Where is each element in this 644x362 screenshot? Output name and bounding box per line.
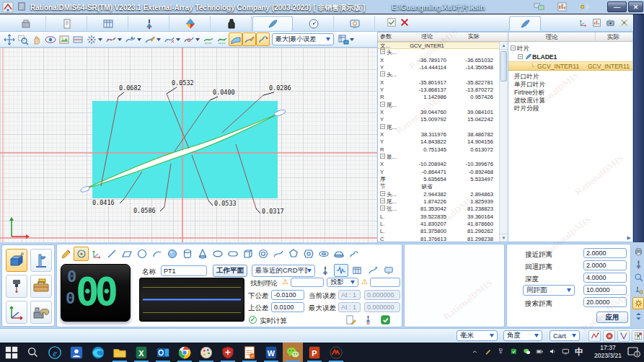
table-row[interactable]: −最... xyxy=(378,154,508,161)
surface-eval-icon[interactable] xyxy=(229,32,242,46)
table-row[interactable]: −头...2.9443822.894863 xyxy=(378,191,508,198)
taskbar-search[interactable] xyxy=(23,343,43,362)
table-row[interactable]: −尾...1.8742261.825939 xyxy=(378,198,508,206)
curve-eval-icon[interactable] xyxy=(242,32,256,46)
chart-small-icon[interactable] xyxy=(592,18,601,27)
graphics-viewport[interactable]: 0.06820.05320.04000.02860.04160.05860.05… xyxy=(0,48,377,242)
point-icon[interactable] xyxy=(74,247,89,261)
units-dropdown[interactable]: 毫米 xyxy=(456,330,498,341)
cuboid-icon[interactable] xyxy=(240,247,255,261)
ellipse-icon[interactable] xyxy=(210,247,225,261)
crd-plane-dropdown[interactable]: 最靠近的CRD平面 xyxy=(252,265,315,277)
disc-icon[interactable] xyxy=(255,247,270,261)
tab-scanner[interactable] xyxy=(211,16,252,31)
table-row[interactable]: L.81.37580081.296262 xyxy=(378,228,508,235)
tree-item[interactable]: Firtree分析 xyxy=(508,89,632,97)
probe-config-icon[interactable] xyxy=(632,284,644,296)
taskbar-excel[interactable]: X xyxy=(131,343,151,362)
taskbar-outlook[interactable] xyxy=(153,343,173,362)
table-row[interactable]: Y-13.868137-13.870272 xyxy=(378,87,508,94)
curve-points-icon[interactable] xyxy=(104,32,118,46)
tray-battery[interactable] xyxy=(534,343,547,362)
close-button[interactable]: ✕ xyxy=(628,1,643,12)
section-box-icon[interactable] xyxy=(71,32,84,46)
theory-input[interactable] xyxy=(291,278,324,287)
tray-display[interactable] xyxy=(560,343,573,362)
table-row[interactable]: −弦...81.35304281.238823 xyxy=(378,206,508,213)
vector-v-icon[interactable] xyxy=(617,330,630,342)
taskbar-paint[interactable] xyxy=(196,343,216,362)
plane-icon[interactable] xyxy=(119,247,134,261)
path-param-input[interactable] xyxy=(583,297,627,307)
table-row[interactable]: L.39.52283539.360164 xyxy=(378,213,508,221)
tree-item[interactable]: 波纹度计算 xyxy=(508,97,632,105)
taskbar-wechat[interactable] xyxy=(283,343,303,362)
notification-center[interactable]: 1 xyxy=(627,346,640,358)
apply-button[interactable]: 应用 xyxy=(596,312,628,323)
tree-item[interactable]: 开口叶片 xyxy=(508,73,632,81)
probe-head-button[interactable] xyxy=(6,275,27,298)
curve-icon[interactable] xyxy=(270,247,286,261)
probe-dot-icon[interactable] xyxy=(363,314,374,325)
tray-pen[interactable] xyxy=(482,343,495,362)
zoom-window-icon[interactable] xyxy=(16,32,30,46)
curve-auto-icon[interactable] xyxy=(182,32,195,46)
slot-icon[interactable] xyxy=(225,247,240,261)
tray-chevron-up[interactable] xyxy=(469,343,482,362)
orbit-icon[interactable] xyxy=(2,32,16,46)
table-row[interactable]: −头... xyxy=(378,71,508,79)
theory-input-2[interactable] xyxy=(370,278,400,287)
washer-icon[interactable] xyxy=(316,247,331,261)
col-param[interactable]: 参数 xyxy=(378,32,402,41)
taskbar-pdf[interactable] xyxy=(239,343,260,362)
probe-cube-button[interactable] xyxy=(6,249,27,272)
dome-icon[interactable] xyxy=(331,247,346,261)
circle-icon[interactable] xyxy=(134,247,149,261)
coord-dropdown[interactable]: Cart xyxy=(550,330,580,341)
hook-icon[interactable] xyxy=(346,247,361,261)
tree-item-blade[interactable]: −BLADE1 xyxy=(508,53,632,61)
edit-doc-icon[interactable] xyxy=(345,314,356,325)
app-logo-icon[interactable] xyxy=(2,1,14,13)
tab-blade[interactable] xyxy=(252,16,293,31)
sphere-icon[interactable] xyxy=(164,247,180,261)
nut-icon[interactable] xyxy=(301,247,316,261)
taskbar-powerpoint[interactable]: P xyxy=(304,343,325,362)
table-row[interactable]: Y15.00979215.042242 xyxy=(378,116,508,123)
waveform-icon[interactable] xyxy=(334,264,348,277)
table-row[interactable]: X-10.208942-10.399676 xyxy=(378,161,508,168)
camera-icon[interactable] xyxy=(606,18,615,27)
path-param-input[interactable] xyxy=(583,273,627,283)
path-param-input[interactable] xyxy=(583,248,627,258)
tray-volume[interactable] xyxy=(547,343,560,362)
table-row[interactable]: C81.37661381.298238 xyxy=(378,236,508,242)
angle-dropdown[interactable]: 角度 xyxy=(503,330,542,341)
tree-col-actual[interactable]: 实际 xyxy=(595,32,631,41)
path-param-input[interactable] xyxy=(583,285,627,295)
table-row[interactable]: R1.1429860.957426 xyxy=(378,94,508,101)
arc-icon[interactable] xyxy=(149,247,164,261)
table-row[interactable]: −尾... xyxy=(378,124,508,131)
tab-machine[interactable] xyxy=(6,16,46,31)
scan-star-icon[interactable] xyxy=(84,32,98,46)
polygon-icon[interactable] xyxy=(286,247,301,261)
path-param-input[interactable] xyxy=(583,260,627,270)
table-row[interactable]: 文...GCV_INTER1 xyxy=(378,42,508,49)
table-row[interactable]: X-35.801917-35.822781 xyxy=(378,79,508,87)
pan-hand-icon[interactable] xyxy=(30,32,43,46)
tab-table[interactable] xyxy=(88,16,128,31)
tree-col-theory[interactable]: 理论 xyxy=(508,32,595,41)
table-row[interactable]: L.41.83020741.878660 xyxy=(378,221,508,228)
spreadsheet-icon[interactable] xyxy=(350,264,364,277)
toolbox-button[interactable] xyxy=(30,275,52,298)
tab-gauge[interactable] xyxy=(294,16,334,31)
tab-document[interactable] xyxy=(47,16,87,31)
table-row[interactable]: −尾... xyxy=(378,102,508,109)
document-small-icon[interactable] xyxy=(17,1,27,12)
taskbar-defender[interactable] xyxy=(218,343,238,362)
taskbar-edge[interactable] xyxy=(88,343,108,362)
table-row[interactable]: Y-0.864471-0.892468 xyxy=(378,169,508,176)
upper-tol-input[interactable] xyxy=(271,302,304,312)
projection-dropdown[interactable]: 投影 xyxy=(327,278,358,287)
table-row[interactable]: 节缺省 xyxy=(378,183,508,190)
